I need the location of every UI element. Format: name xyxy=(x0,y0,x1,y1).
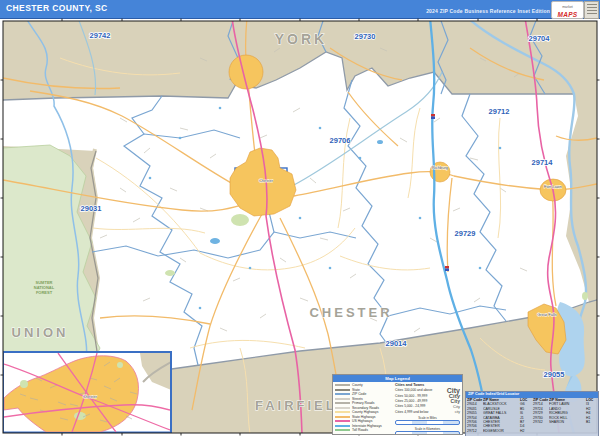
county-label-york: YORK xyxy=(275,31,327,47)
zip-label-29031: 29031 xyxy=(81,204,102,213)
legend-swatch xyxy=(335,389,350,391)
edition-subtitle: 2024 ZIP Code Business Reference Inset E… xyxy=(426,8,550,14)
logo-text-main: MAPS xyxy=(552,11,583,18)
zip-label-29055: 29055 xyxy=(544,370,565,379)
legend-swatch xyxy=(335,407,350,409)
logo-text-top: market xyxy=(552,4,583,11)
scale-bar-miles: Scale in Miles xyxy=(395,416,460,426)
zip-table-right: ZIP CodeZIP NameLOC 29714FORT LAWNI3 297… xyxy=(532,398,598,434)
city-label-chester: Chester xyxy=(259,178,274,183)
scale-bar-km: Scale in Kilometers xyxy=(395,427,460,435)
city-inset-map: Chester xyxy=(3,352,171,433)
county-label-chester: CHESTER xyxy=(309,305,392,320)
legend-line-items: County State ZIP Code Streets Primary Ro… xyxy=(335,383,393,435)
city-label-fort-lawn: Fort Lawn xyxy=(544,184,562,189)
inset-city-label: Chester xyxy=(83,394,98,399)
legend-swatch xyxy=(335,398,350,400)
legend-city-sizes: Cities and Towns Cities 100,000 and abov… xyxy=(393,383,460,435)
county-label-union: UNION xyxy=(12,325,69,340)
map-poster: CHESTER COUNTY, SC 2024 ZIP Code Busines… xyxy=(0,0,600,436)
legend-title: Map Legend xyxy=(333,375,462,382)
page-title: CHESTER COUNTY, SC xyxy=(6,3,108,13)
legend-swatch xyxy=(335,402,350,404)
zip-table-left: ZIP CodeZIP NameLOC 29014BLACKSTOCKG6 29… xyxy=(466,398,532,434)
city-label-great-falls: Great Falls xyxy=(537,312,557,317)
legend-swatch xyxy=(335,384,350,386)
publisher-info-box xyxy=(584,1,599,19)
header-bar: CHESTER COUNTY, SC 2024 ZIP Code Busines… xyxy=(0,0,600,19)
map-legend: Map Legend County State ZIP Code Streets… xyxy=(332,374,463,435)
county-map-svg: YORK UNION CHESTER FAIRFIELD 29742 29730… xyxy=(0,18,600,436)
zip-label-29712: 29712 xyxy=(489,107,510,116)
zip-label-29729: 29729 xyxy=(455,229,476,238)
legend-swatch xyxy=(335,420,350,422)
marketmaps-logo: market MAPS xyxy=(551,1,584,19)
zip-label-29014: 29014 xyxy=(386,339,408,348)
forest-label-3: FOREST xyxy=(36,290,53,295)
zip-label-29704: 29704 xyxy=(529,34,551,43)
legend-swatch xyxy=(335,411,350,413)
legend-swatch xyxy=(335,425,350,427)
table-row: 29712EDGEMOORH2 xyxy=(467,429,531,433)
table-row: 29742SHARONB1 xyxy=(533,420,597,424)
legend-swatch xyxy=(335,416,350,418)
zip-label-29714: 29714 xyxy=(532,158,554,167)
city-label-richburg: Richburg xyxy=(432,165,448,170)
zip-label-29742: 29742 xyxy=(90,31,111,40)
legend-swatch xyxy=(335,429,350,431)
zip-label-29730: 29730 xyxy=(355,32,376,41)
legend-swatch xyxy=(335,393,350,395)
map-canvas: YORK UNION CHESTER FAIRFIELD 29742 29730… xyxy=(0,18,600,436)
zip-label-29706: 29706 xyxy=(330,136,351,145)
zip-index-table: ZIP Code Index/Grid Locator ZIP CodeZIP … xyxy=(465,391,599,436)
